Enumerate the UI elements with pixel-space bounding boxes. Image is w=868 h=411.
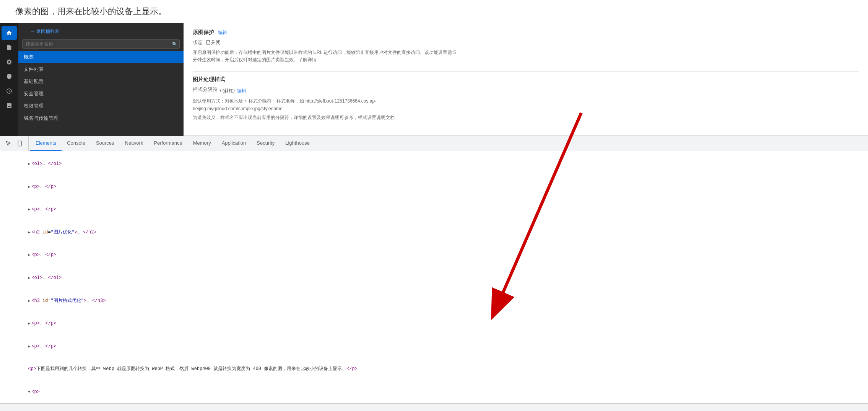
section2-desc1: 默认使用方式：对象地址 + 样式分隔符 + 样式名称，如 http://slef… <box>193 98 460 112</box>
sidebar-menu-permissions[interactable]: 权限管理 <box>18 100 184 112</box>
dom-line-h2[interactable]: ▶<h2 id="图片优化">… </h2> <box>0 221 868 244</box>
sidebar-icons <box>0 23 18 136</box>
back-label: ← 返回桶列表 <box>31 28 59 35</box>
dom-line-p4[interactable]: ▶<p>… </p> <box>0 312 868 335</box>
tab-elements[interactable]: Elements <box>30 136 62 151</box>
triangle-icon[interactable]: ▶ <box>28 299 30 303</box>
top-panel: ← ← 返回桶列表 🔍 概览 文件列表 基础配置 安全管理 <box>0 23 868 136</box>
tab-security[interactable]: Security <box>251 136 280 151</box>
devtools-tab-bar: Elements Console Sources Network Perform… <box>0 136 868 151</box>
top-chinese-text: 像素的图，用来在比较小的设备上显示。 <box>15 6 167 17</box>
tab-performance[interactable]: Performance <box>148 136 187 151</box>
sidebar-panel: ← ← 返回桶列表 🔍 概览 文件列表 基础配置 安全管理 <box>0 23 184 136</box>
section2-desc2: 为避免歧义，样式名不应出现当前应用的分隔符，详细的设置及效果说明可参考，样式设置… <box>193 114 460 121</box>
tab-sources[interactable]: Sources <box>91 136 120 151</box>
status-label: 状态 <box>193 39 203 46</box>
sidebar-icon-settings[interactable] <box>2 55 17 69</box>
triangle-icon[interactable]: ▶ <box>28 185 30 189</box>
panel-divider <box>193 71 859 72</box>
sidebar-icon-files[interactable] <box>2 41 17 54</box>
dom-line-p-desc[interactable]: <p>下图是我用到的几个转换，其中 webp 就是原图转换为 WebP 格式，然… <box>0 358 868 381</box>
dom-line-p3[interactable]: ▶<p>… </p> <box>0 244 868 267</box>
triangle-icon[interactable]: ▶ <box>28 253 30 257</box>
tab-lighthouse[interactable]: Lighthouse <box>280 136 315 151</box>
section1-title: 原图保护 <box>193 29 214 36</box>
sidebar-back-button[interactable]: ← ← 返回桶列表 <box>18 26 184 37</box>
page-top-text: 像素的图，用来在比较小的设备上显示。 <box>0 0 868 23</box>
sidebar-menu-filelist[interactable]: 文件列表 <box>18 63 184 75</box>
sidebar-icon-home[interactable] <box>2 26 17 40</box>
triangle-icon[interactable]: ▶ <box>28 321 30 326</box>
section2-title-row: 图片处理样式 <box>193 76 859 83</box>
sidebar-icon-security[interactable] <box>2 70 17 83</box>
triangle-icon[interactable]: ▶ <box>28 230 30 235</box>
dom-line-p1[interactable]: ▶<p>… </p> <box>0 176 868 199</box>
sidebar-search-container: 🔍 <box>22 39 180 49</box>
sidebar-menu-security[interactable]: 安全管理 <box>18 88 184 100</box>
dom-line-ol2[interactable]: ▶<ol>… </ol> <box>0 267 868 290</box>
original-protection-section: 原图保护 编辑 状态 已关闭 开启原图保护功能后，存储桶中的图片文件仅能以带样式… <box>193 29 859 64</box>
svg-rect-0 <box>18 141 21 146</box>
dom-line-h3[interactable]: ▶<h3 id="图片格式优化">… </h3> <box>0 289 868 312</box>
tab-console[interactable]: Console <box>62 136 91 151</box>
tab-application[interactable]: Application <box>216 136 252 151</box>
tab-network[interactable]: Network <box>120 136 149 151</box>
section2-title: 图片处理样式 <box>193 76 225 83</box>
devtools-container: ← ← 返回桶列表 🔍 概览 文件列表 基础配置 安全管理 <box>0 23 868 411</box>
status-value: 已关闭 <box>206 39 221 46</box>
triangle-icon[interactable]: ▶ <box>28 207 30 212</box>
device-toolbar-icon[interactable] <box>15 138 25 149</box>
tab-memory[interactable]: Memory <box>188 136 216 151</box>
dom-line-ol[interactable]: ▶<ol>… </ol> <box>0 153 868 176</box>
triangle-icon[interactable]: ▶ <box>28 344 30 349</box>
triangle-icon[interactable]: ▼ <box>28 390 30 394</box>
search-icon: 🔍 <box>172 42 177 47</box>
section1-title-row: 原图保护 编辑 <box>193 29 859 36</box>
sidebar-icon-image[interactable] <box>2 99 17 113</box>
sidebar-search-input[interactable] <box>22 39 180 49</box>
back-arrow-icon: ← <box>24 29 28 34</box>
section1-edit-link[interactable]: 编辑 <box>218 29 227 36</box>
sidebar-menu-overview[interactable]: 概览 <box>18 51 184 63</box>
devtools-left-icons <box>3 136 29 151</box>
inspect-icon[interactable] <box>3 138 14 149</box>
image-style-section: 图片处理样式 样式分隔符 / (斜杠) 编辑 默认使用方式：对象地址 + 样式分… <box>193 76 859 121</box>
sidebar-nav: ← ← 返回桶列表 🔍 概览 文件列表 基础配置 安全管理 <box>18 23 184 136</box>
main-content-panel: 原图保护 编辑 状态 已关闭 开启原图保护功能后，存储桶中的图片文件仅能以带样式… <box>184 23 868 135</box>
style-sep-row: 样式分隔符 / (斜杠) 编辑 <box>193 86 859 95</box>
sidebar-menu-domain[interactable]: 域名与传输管理 <box>18 112 184 124</box>
status-row: 状态 已关闭 <box>193 39 859 46</box>
dom-line-p5[interactable]: ▶<p>… </p> <box>0 335 868 358</box>
style-sep-label: 样式分隔符 <box>193 86 218 93</box>
dom-line-p-open[interactable]: ▼<p> <box>0 381 868 403</box>
style-sep-value: / (斜杠) <box>220 88 235 94</box>
sidebar-icon-clock[interactable] <box>2 84 17 98</box>
section2-edit-link[interactable]: 编辑 <box>237 88 246 94</box>
triangle-icon[interactable]: ▶ <box>28 276 30 280</box>
status-bar <box>0 403 868 411</box>
dom-line-p2[interactable]: ▶<p>… </p> <box>0 198 868 221</box>
dom-viewer[interactable]: ▶<ol>… </ol> ▶<p>… </p> ▶<p>… </p> ▶<h2 … <box>0 151 868 403</box>
triangle-icon[interactable]: ▶ <box>28 162 30 166</box>
sidebar-menu-basic-config[interactable]: 基础配置 <box>18 75 184 88</box>
section1-desc: 开启原图保护功能后，存储桶中的图片文件仅能以带样式的 URL 进行访问，能够阻止… <box>193 49 460 64</box>
